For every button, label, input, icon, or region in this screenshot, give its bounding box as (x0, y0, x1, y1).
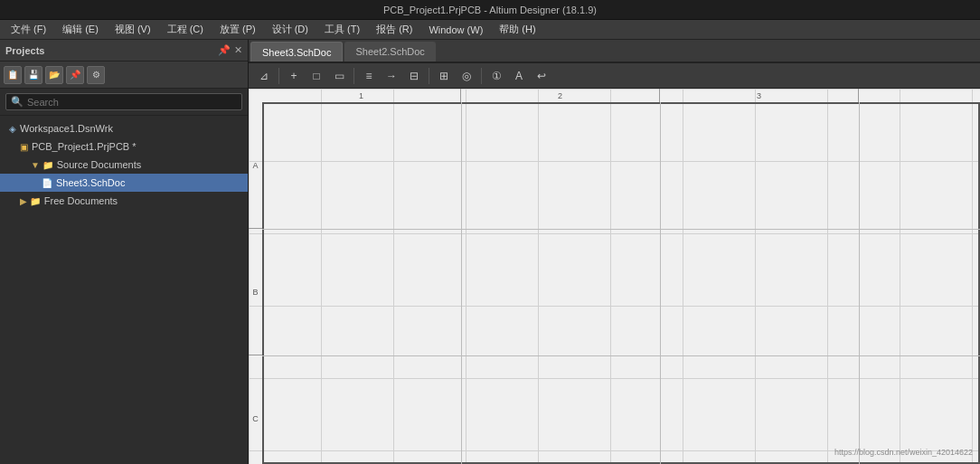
main-layout: Projects 📌 ✕ 📋 💾 📂 📌 ⚙ 🔍 ◈Workspace1.Dsn… (0, 40, 980, 464)
col-header-2: 2 (461, 89, 660, 102)
tree-label-pcbproject: PCB_Project1.PrjPCB * (32, 141, 137, 152)
menu-item-help[interactable]: 帮助 (H) (492, 21, 542, 38)
plus-sq-button[interactable]: ⊞ (434, 66, 454, 86)
menu-item-view[interactable]: 视图 (V) (108, 21, 158, 38)
menu-item-project[interactable]: 工程 (C) (160, 21, 211, 38)
tree-icon-free-docs: ▶ 📁 (20, 196, 41, 206)
arrow-button[interactable]: → (382, 66, 401, 86)
separator-3 (429, 68, 429, 84)
col-header-1: 1 (262, 89, 461, 102)
tab-Sheet3-SchDoc[interactable]: Sheet3.SchDoc (250, 42, 343, 62)
row-label-c: C (249, 355, 262, 464)
rect2-button[interactable]: ▭ (329, 66, 349, 86)
open-button[interactable]: 📂 (45, 66, 63, 84)
tree-item-free-docs[interactable]: ▶ 📁Free Documents (0, 192, 248, 210)
tree-item-workspace[interactable]: ◈Workspace1.DsnWrk (0, 119, 248, 137)
line-button[interactable]: ≡ (359, 66, 379, 86)
search-input[interactable] (27, 97, 237, 108)
tree-item-sheet3[interactable]: 📄Sheet3.SchDoc (0, 174, 248, 192)
add-button[interactable]: + (284, 66, 304, 86)
sidebar-toolbar: 📋 💾 📂 📌 ⚙ (0, 62, 248, 89)
h-line-1 (262, 229, 980, 230)
v-line-2 (660, 102, 661, 464)
tree-label-free-docs: Free Documents (44, 195, 118, 206)
v-line-1 (461, 102, 462, 464)
tree-icon-workspace: ◈ (9, 124, 16, 134)
tree-item-source-docs[interactable]: ▼ 📁Source Documents (0, 156, 248, 174)
menu-item-place[interactable]: 放置 (P) (212, 21, 263, 38)
search-wrapper: 🔍 (5, 93, 242, 110)
tab-Sheet2-SchDoc[interactable]: Sheet2.SchDoc (344, 42, 435, 62)
new-button[interactable]: 📋 (4, 66, 22, 84)
settings-button[interactable]: ⚙ (87, 66, 105, 84)
h-line-2 (262, 355, 980, 356)
separator-4 (481, 68, 482, 84)
search-icon: 🔍 (11, 96, 24, 108)
pin2-button[interactable]: 📌 (66, 66, 84, 84)
file-tree: ◈Workspace1.DsnWrk▣PCB_Project1.PrjPCB *… (0, 116, 248, 464)
menu-item-reports[interactable]: 报告 (R) (369, 21, 419, 38)
circle-button[interactable]: ◎ (457, 66, 476, 86)
watermark: https://blog.csdn.net/weixin_42014622 (834, 448, 973, 457)
title-text: PCB_Project1.PrjPCB - Altium Designer (1… (383, 5, 597, 15)
minus-button[interactable]: ⊟ (404, 66, 424, 86)
sidebar-title: Projects (5, 45, 44, 56)
schematic-canvas[interactable]: 1 2 3 A B C https://blog.csdn.net/weixin… (249, 89, 980, 464)
rect-button[interactable]: □ (306, 66, 326, 86)
drawing-toolbar: ⊿ + □ ▭ ≡ → ⊟ ⊞ ◎ ① A ↩ (249, 63, 980, 89)
title-bar: PCB_Project1.PrjPCB - Altium Designer (1… (0, 0, 980, 20)
menu-item-window[interactable]: Window (W) (421, 23, 490, 37)
tree-icon-pcbproject: ▣ (20, 142, 28, 152)
sidebar-header: Projects 📌 ✕ (0, 40, 248, 62)
tree-icon-source-docs: ▼ 📁 (31, 160, 53, 170)
col-header-3: 3 (660, 89, 859, 102)
row-label-b: B (249, 229, 262, 355)
undo-button[interactable]: ↩ (532, 66, 551, 86)
filter-button[interactable]: ⊿ (254, 66, 274, 86)
separator-2 (353, 68, 354, 84)
menu-item-design[interactable]: 设计 (D) (265, 21, 316, 38)
sheet-border (262, 102, 980, 464)
tree-label-source-docs: Source Documents (57, 159, 142, 170)
num-button[interactable]: ① (486, 66, 506, 86)
pin-button[interactable]: 📌 (218, 44, 231, 56)
sidebar: Projects 📌 ✕ 📋 💾 📂 📌 ⚙ 🔍 ◈Workspace1.Dsn… (0, 40, 249, 464)
row-label-a: A (249, 102, 262, 229)
separator-1 (278, 68, 279, 84)
tree-icon-sheet3: 📄 (42, 178, 52, 188)
menu-item-file[interactable]: 文件 (F) (4, 21, 53, 38)
menu-item-tools[interactable]: 工具 (T) (317, 21, 367, 38)
text-button[interactable]: A (509, 66, 529, 86)
tree-label-workspace: Workspace1.DsnWrk (20, 123, 113, 134)
grid: 1 2 3 A B C https://blog.csdn.net/weixin… (249, 89, 980, 464)
tree-label-sheet3: Sheet3.SchDoc (56, 177, 125, 188)
close-sidebar-button[interactable]: ✕ (234, 44, 242, 56)
tree-item-pcbproject[interactable]: ▣PCB_Project1.PrjPCB * (0, 137, 248, 156)
menu-item-edit[interactable]: 编辑 (E) (55, 21, 106, 38)
save-button[interactable]: 💾 (24, 66, 42, 84)
main-content: Sheet3.SchDocSheet2.SchDoc ⊿ + □ ▭ ≡ → ⊟… (249, 40, 980, 464)
menu-bar: 文件 (F)编辑 (E)视图 (V)工程 (C)放置 (P)设计 (D)工具 (… (0, 20, 980, 40)
tab-bar: Sheet3.SchDocSheet2.SchDoc (249, 40, 980, 63)
sidebar-controls: 📌 ✕ (218, 44, 242, 56)
v-line-3 (859, 102, 860, 464)
search-bar: 🔍 (0, 89, 248, 116)
